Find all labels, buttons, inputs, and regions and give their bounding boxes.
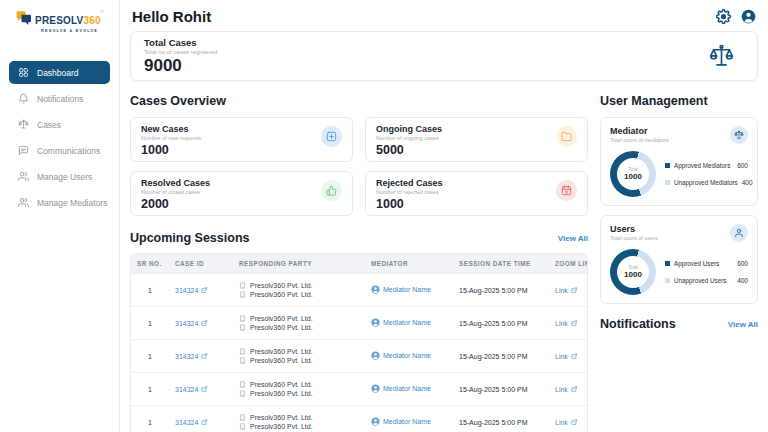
overview-card-value: 1000	[376, 197, 443, 211]
building-icon	[239, 414, 246, 421]
cell-mediator: Mediator Name	[365, 281, 453, 299]
mediator-name: Mediator Name	[383, 319, 431, 326]
overview-card-subtitle: Number of closed cases	[141, 189, 210, 195]
zoom-link[interactable]: Link	[555, 353, 577, 360]
legend-swatch	[665, 180, 670, 185]
building-icon	[239, 282, 246, 289]
legend-value: 600	[737, 260, 748, 267]
mediator-link[interactable]: Mediator Name	[371, 318, 431, 327]
zoom-link[interactable]: Link	[555, 320, 577, 327]
sidebar-item-label: Manage Mediators	[37, 198, 107, 208]
column-header-responding-party: Responding Party	[233, 254, 365, 273]
mediator-name: Mediator Name	[383, 286, 431, 293]
card-body: Total1000Approved Mediators600Unapproved…	[610, 151, 748, 197]
cell-case-id: 314324	[169, 349, 233, 364]
responding-party-line: Presolv360 Pvt. Ltd.	[239, 324, 359, 331]
left-column: Cases Overview New CasesNumber of new re…	[130, 94, 588, 432]
responding-party-name: Presolv360 Pvt. Ltd.	[250, 315, 313, 322]
building-icon	[239, 423, 246, 430]
case-id-text: 314324	[175, 287, 198, 294]
table-row: 1314324Presolv360 Pvt. Ltd.Presolv360 Pv…	[131, 405, 587, 432]
total-cases-value: 9000	[144, 56, 217, 76]
zoom-link[interactable]: Link	[555, 419, 577, 426]
cell-session-date-time: 15-Aug-2025 5:00 PM	[453, 283, 549, 298]
donut-total-value: 1000	[624, 172, 642, 181]
total-cases-card: Total Cases Total no of cases registered…	[130, 31, 758, 81]
legend-swatch	[665, 278, 670, 283]
sidebar-menu: DashboardNotificationsCasesCommunication…	[0, 61, 119, 214]
cell-responding-party: Presolv360 Pvt. Ltd.Presolv360 Pvt. Ltd.	[233, 409, 365, 432]
mediator-avatar-icon	[371, 384, 380, 393]
overview-card-title: Resolved Cases	[141, 178, 210, 188]
responding-party-name: Presolv360 Pvt. Ltd.	[250, 414, 313, 421]
mediator-link[interactable]: Mediator Name	[371, 351, 431, 360]
responding-party-line: Presolv360 Pvt. Ltd.	[239, 381, 359, 388]
cell-session-date-time: 15-Aug-2025 5:00 PM	[453, 316, 549, 331]
mediator-link[interactable]: Mediator Name	[371, 285, 431, 294]
legend-swatch	[665, 163, 670, 168]
card-header-text: UsersTotal count of users	[610, 224, 658, 241]
user-icon	[730, 224, 748, 242]
cell-session-date-time: 15-Aug-2025 5:00 PM	[453, 415, 549, 430]
sessions-table-body: 1314324Presolv360 Pvt. Ltd.Presolv360 Pv…	[131, 273, 587, 432]
responding-party-name: Presolv360 Pvt. Ltd.	[250, 390, 313, 397]
legend-item: Approved Mediators600	[665, 162, 748, 169]
sidebar: Presolv360® Resolve & Evolve DashboardNo…	[0, 0, 120, 432]
legend-label: Unapproved Users	[674, 277, 733, 284]
mediator-link[interactable]: Mediator Name	[371, 417, 431, 426]
case-id-link[interactable]: 314324	[175, 320, 208, 327]
external-link-icon	[571, 320, 578, 327]
sidebar-item-label: Notifications	[37, 94, 83, 104]
case-id-link[interactable]: 314324	[175, 287, 208, 294]
mediator-link[interactable]: Mediator Name	[371, 384, 431, 393]
cell-zoom-link: Link	[549, 283, 587, 298]
column-header-zoom-link: Zoom Link	[549, 254, 588, 273]
cell-sr-no: 1	[131, 349, 169, 364]
legend-value: 400	[737, 277, 748, 284]
legend-label: Approved Mediators	[674, 162, 733, 169]
zoom-link-text: Link	[555, 287, 568, 294]
header-actions	[716, 9, 756, 24]
legend-label: Approved Users	[674, 260, 733, 267]
donut-chart: Total1000	[610, 249, 656, 295]
donut-total-value: 1000	[624, 270, 642, 279]
responding-party-name: Presolv360 Pvt. Ltd.	[250, 282, 313, 289]
profile-avatar-icon[interactable]	[741, 9, 756, 24]
case-id-link[interactable]: 314324	[175, 386, 208, 393]
overview-card-text: Rejected CasesNumber of rejected cases10…	[376, 178, 443, 209]
cell-session-date-time: 15-Aug-2025 5:00 PM	[453, 349, 549, 364]
overview-card-value: 2000	[141, 197, 210, 211]
notifications-view-all-link[interactable]: View All	[728, 320, 758, 329]
settings-gear-icon[interactable]	[716, 9, 731, 24]
main-area: Hello Rohit Total Cases Total no of case…	[120, 0, 768, 432]
case-id-text: 314324	[175, 320, 198, 327]
brand-logo: Presolv360® Resolve & Evolve	[0, 8, 119, 33]
brand-tagline: Resolve & Evolve	[35, 29, 104, 33]
sidebar-item-notifications[interactable]: Notifications	[9, 87, 110, 110]
responding-party-name: Presolv360 Pvt. Ltd.	[250, 381, 313, 388]
page-title: Hello Rohit	[132, 8, 211, 25]
sidebar-item-cases[interactable]: Cases	[9, 113, 110, 136]
sidebar-item-manage-users[interactable]: Manage Users	[9, 165, 110, 188]
responding-party-line: Presolv360 Pvt. Ltd.	[239, 414, 359, 421]
user-management-cards: MediatorTotal count of mediatorsTotal100…	[600, 117, 758, 304]
cell-responding-party: Presolv360 Pvt. Ltd.Presolv360 Pvt. Ltd.	[233, 343, 365, 370]
zoom-link[interactable]: Link	[555, 386, 577, 393]
card-title: Users	[610, 224, 658, 234]
card-header-text: MediatorTotal count of mediators	[610, 126, 668, 143]
sidebar-item-manage-mediators[interactable]: Manage Mediators	[9, 191, 110, 214]
sidebar-item-communications[interactable]: Communications	[9, 139, 110, 162]
brand-name: Presolv360®	[35, 15, 104, 26]
legend-item: Unapproved Mediators400	[665, 179, 748, 186]
building-icon	[239, 348, 246, 355]
cell-case-id: 314324	[169, 316, 233, 331]
responding-party-line: Presolv360 Pvt. Ltd.	[239, 357, 359, 364]
zoom-link[interactable]: Link	[555, 287, 577, 294]
column-header-case-id: Case ID	[169, 254, 233, 273]
sidebar-item-dashboard[interactable]: Dashboard	[9, 61, 110, 84]
case-id-link[interactable]: 314324	[175, 353, 208, 360]
scales-icon	[730, 126, 748, 144]
sessions-view-all-link[interactable]: View All	[558, 234, 588, 243]
user-management-heading: User Management	[600, 94, 758, 108]
case-id-link[interactable]: 314324	[175, 419, 208, 426]
